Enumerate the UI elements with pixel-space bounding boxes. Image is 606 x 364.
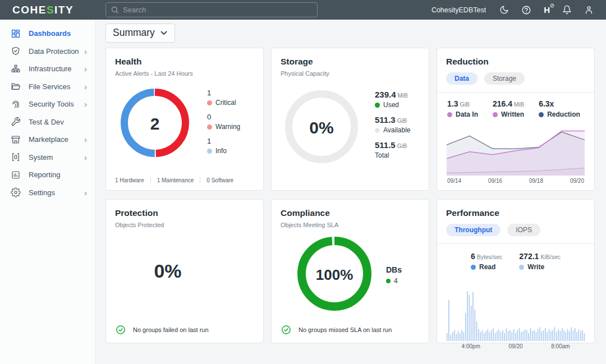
search-icon [111,6,119,14]
chevron-down-icon [160,31,167,35]
reduction-x-axis: 09/1409/16 09/1809/20 [447,178,584,184]
storage-legend: 239.4MiB Used 511.3GiB Available 511.5Gi… [375,90,410,165]
topbar-actions: CohesityEDBTest H [431,5,606,15]
cohesity-logo: COHESITY [0,4,95,16]
chevron-right-icon: › [84,135,87,144]
protection-card: Protection Objects Protected 0% No group… [105,199,264,343]
sidebar-item-security-tools[interactable]: Security Tools › [0,95,95,113]
sidebar-item-infrastructure[interactable]: Infrastructure › [0,60,95,78]
compliance-status-note: No groups missed SLA on last run [281,325,392,335]
tab-iops[interactable]: IOPS [507,224,540,236]
sidebar-item-settings[interactable]: Settings › [0,184,95,202]
logo-text: COHE [12,4,47,16]
card-subtitle: Active Alerts - Last 24 Hours [115,70,254,77]
stat-data-in: 1.3GiB Data In [447,99,478,118]
card-title: Protection [115,208,254,218]
sidebar-item-reporting[interactable]: Reporting [0,166,95,184]
card-title: Health [115,57,254,67]
health-footer-breakdown: 1 Hardware 1 Maintenance 0 Software [115,177,256,183]
used-dot [375,103,380,108]
cluster-name: CohesityEDBTest [431,6,486,14]
performance-stats: 6Bytes/sec Read 272.1KiB/sec Write [437,244,594,273]
data-in-dot [447,112,452,117]
sidebar-item-label: Marketplace [29,135,68,144]
sidebar-item-marketplace[interactable]: Marketplace › [0,131,95,149]
card-title: Storage [281,57,420,67]
legend-item-critical: 1 Critical [207,89,240,107]
sidebar-nav: Dashboards Data Protection › Infrastruct… [0,20,95,364]
device-brackets-icon [11,152,21,163]
reduction-dot [539,112,544,117]
protection-percent: 0% [106,260,229,282]
read-dot [471,265,476,270]
performance-tabs: Throughput IOPS [446,224,585,236]
available-dot [375,128,380,133]
tab-storage[interactable]: Storage [484,72,525,85]
storefront-icon [11,134,21,145]
write-dot [519,265,524,270]
reduction-area-chart [446,122,585,176]
sidebar-item-label: Dashboards [29,29,71,38]
sidebar-item-data-protection[interactable]: Data Protection › [0,43,95,61]
check-circle-icon [116,325,126,335]
card-title: Reduction [446,57,585,67]
sidebar-item-system[interactable]: System › [0,149,95,167]
chevron-right-icon: › [84,82,87,91]
sidebar-item-file-services[interactable]: File Services › [0,78,95,96]
logo-accent: S [47,4,54,16]
notifications-bell-icon[interactable] [562,5,572,15]
tab-throughput[interactable]: Throughput [446,224,501,236]
help-icon[interactable] [521,5,531,15]
performance-x-axis: 4:00pm09/20 8:00am [447,343,584,349]
written-dot [493,112,498,117]
wrench-icon [11,117,21,127]
sidebar-item-label: Test & Dev [29,118,64,126]
card-title: Performance [446,208,585,218]
logo-text: ITY [54,4,74,16]
storage-card: Storage Physical Capacity 0% 239.4MiB Us… [271,48,429,191]
view-selector-label: Summary [113,27,155,39]
storage-used-percent: 0% [285,90,358,165]
chevron-right-icon: › [84,47,87,56]
legend-item-available: 511.3GiB Available [375,115,410,134]
warning-dot [207,125,212,130]
gear-icon [11,187,21,198]
sidebar-item-dashboards[interactable]: Dashboards [0,25,95,43]
stat-read: 6Bytes/sec Read [471,252,502,271]
critical-dot [207,100,212,105]
health-card: Health Active Alerts - Last 24 Hours 2 1… [105,48,264,191]
sidebar-item-test-dev[interactable]: Test & Dev [0,113,95,131]
chevron-right-icon: › [84,64,87,73]
compliance-percent: 100% [297,237,371,313]
storage-donut-chart: 0% [285,90,358,165]
reduction-card: Reduction Data Storage 1.3GiB Data In 21… [437,48,595,191]
sidebar-item-label: System [29,153,53,162]
sidebar-item-label: Data Protection [29,47,79,56]
chevron-right-icon: › [84,153,87,162]
search-input[interactable] [123,6,313,14]
user-account-icon[interactable] [584,5,594,15]
card-subtitle: Objects Meeting SLA [281,222,420,228]
helios-icon[interactable]: H [544,6,550,14]
legend-item-warning: 0 Warning [207,113,240,131]
dark-mode-moon-icon[interactable] [499,5,509,15]
card-subtitle: Physical Capacity [281,70,420,77]
compliance-card: Compliance Objects Meeting SLA 100% DBs … [271,199,429,343]
compliance-legend: DBs 4 [386,265,402,285]
tab-data[interactable]: Data [446,72,478,85]
global-search[interactable] [105,2,318,17]
card-subtitle: Objects Protected [115,222,254,228]
sidebar-item-label: Security Tools [29,100,74,108]
card-title: Compliance [281,208,420,218]
top-bar: COHESITY CohesityEDBTest H [0,0,606,20]
stat-write: 272.1KiB/sec Write [519,252,561,271]
shield-check-icon [11,46,21,57]
health-legend: 1 Critical 0 Warning 1 Info [207,89,240,161]
sidebar-item-label: File Services [29,82,70,91]
sidebar-item-label: Infrastructure [29,64,72,73]
legend-item-used: 239.4MiB Used [375,90,410,109]
dashboard-view-selector[interactable]: Summary [105,24,175,43]
bar-chart-icon [11,169,21,180]
health-total-alerts: 2 [121,89,189,159]
folder-icon [11,81,21,92]
